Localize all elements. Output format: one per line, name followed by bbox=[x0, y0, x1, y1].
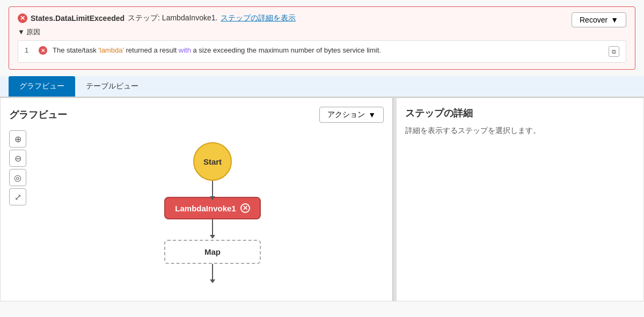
cause-row-number: 1 bbox=[25, 46, 33, 54]
lambda-error-icon: ✕ bbox=[240, 203, 250, 213]
action-label: アクション bbox=[327, 110, 365, 120]
cause-error-icon: ✕ bbox=[39, 46, 47, 55]
recover-dropdown-icon: ▼ bbox=[611, 16, 618, 24]
cause-table: 1 ✕ The state/task 'lambda' returned a r… bbox=[18, 40, 626, 63]
tabs-bar: グラフビュー テーブルビュー bbox=[0, 76, 644, 98]
steps-placeholder-text: 詳細を表示するステップを選択します。 bbox=[405, 126, 635, 136]
cause-toggle[interactable]: ▼ 原因 bbox=[18, 27, 626, 37]
node-lambda-invoke[interactable]: LambdaInvoke1 ✕ bbox=[164, 197, 260, 219]
arrow-start-to-lambda bbox=[212, 181, 213, 197]
node-start[interactable]: Start bbox=[193, 142, 232, 181]
error-step-label: ステップ: LambdaInvoke1. bbox=[128, 13, 217, 23]
graph-canvas: Start LambdaInvoke1 ✕ Map bbox=[41, 131, 384, 280]
fullscreen-button[interactable]: ⤢ bbox=[9, 188, 26, 205]
error-type: States.DataLimitExceeded bbox=[31, 14, 125, 23]
action-button[interactable]: アクション ▼ bbox=[319, 107, 384, 123]
node-map[interactable]: Map bbox=[164, 240, 261, 264]
graph-panel: グラフビュー アクション ▼ ⊕ ⊖ ◎ ⤢ Start LambdaInvok… bbox=[1, 98, 393, 301]
tab-graph-view[interactable]: グラフビュー bbox=[9, 76, 75, 97]
action-dropdown-icon: ▼ bbox=[368, 110, 376, 119]
error-banner: ✕ States.DataLimitExceeded ステップ: LambdaI… bbox=[9, 6, 635, 70]
center-button[interactable]: ◎ bbox=[9, 169, 26, 186]
zoom-in-button[interactable]: ⊕ bbox=[9, 130, 26, 148]
steps-panel: ステップの詳細 詳細を表示するステップを選択します。 bbox=[397, 98, 643, 301]
cause-section: ▼ 原因 1 ✕ The state/task 'lambda' returne… bbox=[18, 27, 626, 63]
graph-panel-header: グラフビュー アクション ▼ bbox=[9, 107, 384, 123]
zoom-out-button[interactable]: ⊖ bbox=[9, 150, 26, 167]
cause-text: The state/task 'lambda' returned a resul… bbox=[53, 46, 603, 54]
arrow-map-down bbox=[212, 264, 213, 280]
recover-label: Recover bbox=[580, 16, 608, 24]
graph-controls: ⊕ ⊖ ◎ ⤢ bbox=[9, 130, 26, 205]
error-detail-link[interactable]: ステップの詳細を表示 bbox=[221, 13, 296, 23]
error-icon: ✕ bbox=[18, 13, 27, 23]
error-title-row: ✕ States.DataLimitExceeded ステップ: LambdaI… bbox=[18, 13, 626, 23]
main-content: グラフビュー アクション ▼ ⊕ ⊖ ◎ ⤢ Start LambdaInvok… bbox=[0, 98, 644, 301]
tab-table-view[interactable]: テーブルビュー bbox=[75, 76, 149, 97]
recover-button[interactable]: Recover ▼ bbox=[572, 12, 626, 27]
copy-button[interactable]: ⧉ bbox=[609, 46, 619, 57]
graph-panel-title: グラフビュー bbox=[9, 108, 67, 121]
arrow-lambda-to-map bbox=[212, 219, 213, 235]
cause-toggle-label: ▼ 原因 bbox=[18, 27, 40, 37]
steps-panel-title: ステップの詳細 bbox=[405, 107, 635, 120]
